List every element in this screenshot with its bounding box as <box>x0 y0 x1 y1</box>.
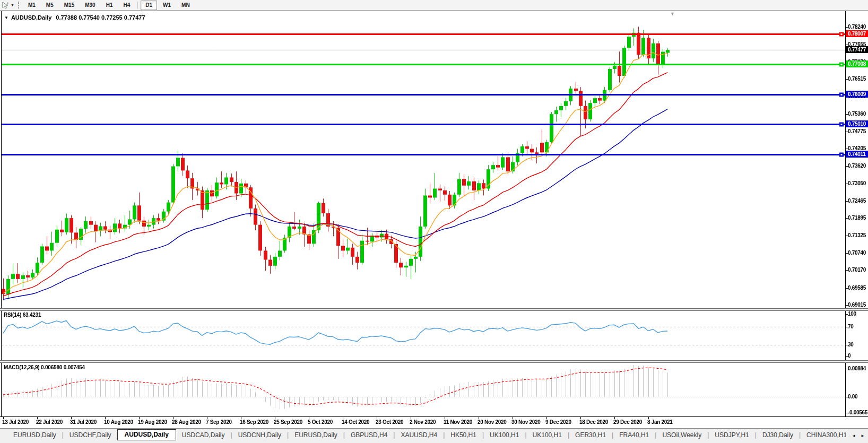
price-axis-label: 0.71895 <box>848 215 868 221</box>
price-axis-label: 0.70740 <box>848 250 868 256</box>
price-axis-label: 0.78240 <box>848 24 868 30</box>
tab-EURUSD-Daily[interactable]: EURUSD,Daily <box>7 430 62 440</box>
date-axis-label: 11 Nov 2020 <box>444 419 472 425</box>
price-axis-label: 0.69015 <box>848 302 868 308</box>
toolbar-grip[interactable] <box>18 2 19 8</box>
tab-scroll-right-icon[interactable]: ► <box>861 433 865 438</box>
date-axis-label: 18 Dec 2020 <box>579 419 608 425</box>
chart-toolbar: ▼ M1M5M15M30H1H4D1W1MN <box>0 0 868 11</box>
date-axis-label: 10 Aug 2020 <box>104 419 133 425</box>
tab-scroll-controls: ◄ ► <box>846 429 868 442</box>
tab-EURUSD-Daily[interactable]: EURUSD,Daily <box>289 430 343 440</box>
timeframe-button-W1[interactable]: W1 <box>158 1 176 10</box>
tab-XAUUSD-H4[interactable]: XAUUSD,H4 <box>395 430 443 440</box>
timeframe-button-H1[interactable]: H1 <box>101 1 118 10</box>
cursor-pointer-icon[interactable] <box>1 1 10 10</box>
toolbar-separator <box>137 2 138 9</box>
rsi-axis-label: 70 <box>848 324 868 330</box>
rsi-indicator-label: RSI(14) 63.4231 <box>4 312 41 318</box>
chart-shift-icon[interactable]: ▼ <box>670 11 675 16</box>
hline-price-label: 0.76009 <box>846 91 868 98</box>
pane-separator[interactable] <box>0 360 868 363</box>
date-axis-label: 9 Dec 2020 <box>545 419 571 425</box>
tab-UK100-H1[interactable]: UK100,H1 <box>484 430 525 440</box>
date-axis-label: 23 Oct 2020 <box>376 419 403 425</box>
tab-DJ30-Daily[interactable]: DJ30,Daily <box>757 430 799 440</box>
price-axis-label: 0.76515 <box>848 76 868 82</box>
date-axis-label: 2 Nov 2020 <box>410 419 436 425</box>
chart-title: ▼AUDUSD,Daily0.77388 0.77540 0.77255 0.7… <box>4 14 145 21</box>
price-axis-label: 0.73050 <box>848 180 868 187</box>
macd-indicator-label: MACD(12,26,9) 0.006580 0.007454 <box>4 364 85 370</box>
tab-GER30-H1[interactable]: GER30,H1 <box>569 430 612 440</box>
chart-tabs-bar: EURUSD,Daily|USDCHF,DailyAUDUSD,DailyUSD… <box>0 428 868 443</box>
date-axis-label: 5 Oct 2020 <box>308 419 333 425</box>
timeframe-button-M15[interactable]: M15 <box>59 1 79 10</box>
rsi-axis-label: 30 <box>848 342 868 348</box>
tab-scroll-left-icon[interactable]: ◄ <box>852 433 856 438</box>
macd-axis-label: -0.00565 <box>848 410 868 416</box>
hline-price-label: 0.77008 <box>846 60 868 67</box>
date-axis-label: 14 Oct 2020 <box>342 419 369 425</box>
timeframe-button-M1[interactable]: M1 <box>23 1 40 10</box>
date-axis-label: 7 Sep 2020 <box>206 419 232 425</box>
date-axis-label: 29 Dec 2020 <box>613 419 642 425</box>
trading-terminal: ▼ M1M5M15M30H1H4D1W1MN ▼AUDUSD,Daily0.77… <box>0 0 868 443</box>
price-axis-label: 0.74775 <box>848 128 868 135</box>
hline-price-label: 0.74011 <box>846 151 868 158</box>
date-axis-label: 20 Nov 2020 <box>478 419 507 425</box>
tab-GBPUSD-H4[interactable]: GBPUSD,H4 <box>345 430 393 440</box>
chart-ohlc-values: 0.77388 0.77540 0.77255 0.77477 <box>56 14 145 21</box>
tab-USDCHF-Daily[interactable]: USDCHF,Daily <box>64 430 117 440</box>
hline-price-label: 0.78007 <box>846 30 868 37</box>
tab-USDCNH-Daily[interactable]: USDCNH,Daily <box>232 430 287 440</box>
timeframe-button-group: M1M5M15M30H1H4D1W1MN <box>23 1 195 10</box>
chart-symbol-period: AUDUSD,Daily <box>11 14 51 21</box>
date-axis-label: 13 Jul 2020 <box>2 419 29 425</box>
pane-separator[interactable] <box>0 308 868 311</box>
date-axis-label: 28 Aug 2020 <box>172 419 201 425</box>
rsi-axis-label: 0 <box>848 353 868 359</box>
timeframe-button-D1[interactable]: D1 <box>141 1 157 10</box>
price-axis-label: 0.75360 <box>848 111 868 117</box>
tab-UK100-H1[interactable]: UK100,H1 <box>527 430 568 440</box>
macd-axis-label: 0.00 <box>848 394 868 400</box>
price-axis-label: 0.70170 <box>848 267 868 273</box>
chart-title-caret-icon[interactable]: ▼ <box>4 15 8 20</box>
timeframe-button-M30[interactable]: M30 <box>80 1 100 10</box>
current-price-label: 0.77477 <box>846 46 868 53</box>
price-axis-label: 0.72465 <box>848 198 868 204</box>
macd-axis-label: 0.00884 <box>848 366 868 372</box>
chart-canvas[interactable] <box>0 0 868 443</box>
rsi-axis-label: 100 <box>848 311 868 317</box>
tab-USDCAD-Daily[interactable]: USDCAD,Daily <box>176 430 231 440</box>
price-axis-label: 0.71325 <box>848 232 868 239</box>
hline-price-label: 0.75010 <box>846 120 868 127</box>
timeframe-button-M5[interactable]: M5 <box>41 1 58 10</box>
price-axis-label: 0.73620 <box>848 163 868 169</box>
date-axis-label: 22 Jul 2020 <box>36 419 63 425</box>
toolbar-dropdown-caret-icon[interactable]: ▼ <box>11 3 14 7</box>
price-axis-label: 0.69585 <box>848 285 868 291</box>
timeframe-button-H4[interactable]: H4 <box>118 1 135 10</box>
tab-AUDUSD-Daily[interactable]: AUDUSD,Daily <box>117 429 176 440</box>
tab-HK50-H1[interactable]: HK50,H1 <box>445 430 482 440</box>
date-axis-label: 8 Jan 2021 <box>647 419 673 425</box>
date-axis-label: 16 Sep 2020 <box>240 419 268 425</box>
tab-USDJPY-H1[interactable]: USDJPY,H1 <box>709 430 754 440</box>
tab-USOil-Weekly[interactable]: USOil,Weekly <box>656 430 707 440</box>
tab-FRA40-H1[interactable]: FRA40,H1 <box>613 430 655 440</box>
date-axis-label: 30 Nov 2020 <box>511 419 541 425</box>
timeframe-button-MN[interactable]: MN <box>177 1 195 10</box>
date-axis-label: 31 Jul 2020 <box>70 419 97 425</box>
date-axis-label: 25 Sep 2020 <box>274 419 302 425</box>
tab-CHINA300-H1[interactable]: CHINA300,H1 <box>801 430 853 440</box>
date-axis-label: 19 Aug 2020 <box>138 419 167 425</box>
